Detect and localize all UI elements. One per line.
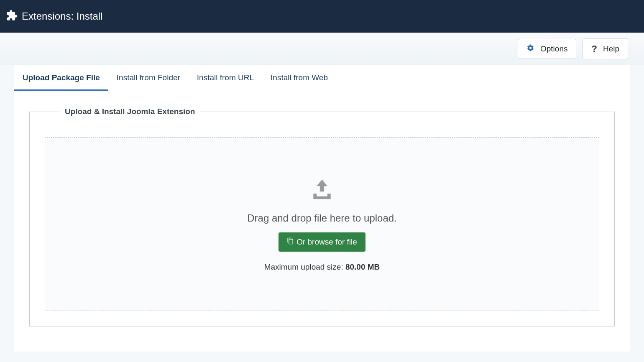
upload-icon	[309, 176, 335, 204]
tab-panel: Upload & Install Joomla Extension Drag a…	[14, 91, 630, 352]
svg-point-0	[325, 197, 327, 199]
browse-file-button[interactable]: Or browse for file	[279, 232, 365, 252]
page-header: Extensions: Install	[0, 0, 644, 33]
help-button[interactable]: ? Help	[583, 38, 628, 59]
max-size-label: Maximum upload size:	[264, 263, 345, 271]
max-upload-size: Maximum upload size: 80.00 MB	[264, 263, 380, 272]
options-button[interactable]: Options	[518, 39, 576, 59]
page-title: Extensions: Install	[22, 10, 102, 22]
options-button-label: Options	[540, 44, 567, 54]
tab-install-from-url[interactable]: Install from URL	[189, 65, 262, 91]
question-icon: ?	[591, 43, 597, 54]
svg-point-1	[327, 197, 329, 199]
fieldset-legend: Upload & Install Joomla Extension	[60, 107, 200, 116]
max-size-value: 80.00 MB	[345, 263, 380, 271]
drop-text: Drag and drop file here to upload.	[247, 212, 397, 224]
dropzone[interactable]: Drag and drop file here to upload. Or br…	[45, 137, 599, 311]
tab-upload-package-file[interactable]: Upload Package File	[14, 65, 108, 91]
help-button-label: Help	[603, 44, 619, 54]
toolbar: Options ? Help	[0, 33, 644, 65]
copy-icon	[287, 237, 294, 247]
gear-icon	[526, 44, 534, 54]
content-area: Upload Package File Install from Folder …	[0, 65, 644, 352]
upload-fieldset: Upload & Install Joomla Extension Drag a…	[29, 107, 615, 326]
tab-install-from-folder[interactable]: Install from Folder	[108, 65, 189, 91]
tab-install-from-web[interactable]: Install from Web	[262, 65, 336, 91]
tab-bar: Upload Package File Install from Folder …	[14, 65, 630, 91]
browse-file-label: Or browse for file	[296, 237, 357, 247]
puzzle-icon	[6, 10, 22, 23]
